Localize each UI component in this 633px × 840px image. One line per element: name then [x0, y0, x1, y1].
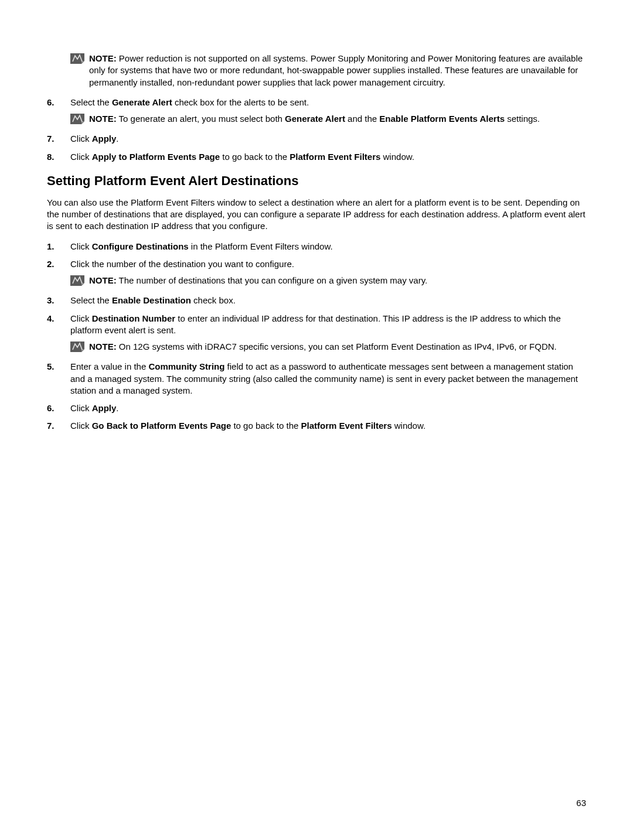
note-icon: [70, 275, 84, 286]
intro-paragraph: You can also use the Platform Event Filt…: [47, 197, 586, 233]
term: Destination Number: [92, 313, 176, 323]
section-heading: Setting Platform Event Alert Destination…: [47, 173, 586, 189]
text: Click: [70, 241, 92, 251]
list-number: 8.: [47, 151, 70, 163]
note-block: NOTE: To generate an alert, you must sel…: [70, 113, 586, 125]
term: Community String: [148, 361, 224, 371]
text: Enter a value in the: [70, 361, 148, 371]
list-item: 2. Click the number of the destination y…: [47, 258, 586, 289]
term: Go Back to Platform Events Page: [92, 421, 232, 431]
list-body: Click Apply to Platform Events Page to g…: [70, 151, 586, 163]
term: Generate Alert: [285, 114, 345, 124]
list-item: 7. Click Go Back to Platform Events Page…: [47, 420, 586, 432]
text: check box.: [191, 295, 236, 305]
note-label: NOTE:: [89, 114, 117, 124]
list-item: 3. Select the Enable Destination check b…: [47, 295, 586, 306]
note-label: NOTE:: [89, 342, 117, 351]
text: to go back to the: [231, 421, 301, 431]
term: Generate Alert: [112, 97, 172, 107]
ordered-list-top: 6. Select the Generate Alert check box f…: [47, 97, 586, 163]
list-body: Click Go Back to Platform Events Page to…: [70, 420, 586, 432]
list-body: Click Configure Destinations in the Plat…: [70, 241, 586, 252]
text: Click: [70, 313, 92, 323]
list-body: Select the Enable Destination check box.: [70, 295, 586, 306]
text: Select the: [70, 295, 112, 305]
list-body: Click the number of the destination you …: [70, 258, 586, 289]
text: Click: [70, 134, 92, 144]
term: Apply: [92, 403, 117, 413]
list-body: Click Apply.: [70, 402, 586, 414]
note-text: NOTE: The number of destinations that yo…: [89, 275, 586, 286]
list-number: 7.: [47, 420, 70, 432]
text: Click: [70, 421, 92, 431]
list-number: 6.: [47, 97, 70, 128]
list-number: 6.: [47, 402, 70, 414]
list-item: 4. Click Destination Number to enter an …: [47, 313, 586, 356]
list-body: Enter a value in the Community String fi…: [70, 361, 586, 397]
list-body: Click Destination Number to enter an ind…: [70, 313, 586, 356]
text: Click: [70, 403, 92, 413]
note-text: NOTE: On 12G systems with iDRAC7 specifi…: [89, 341, 586, 353]
note-icon: [70, 114, 84, 124]
note-block: NOTE: Power reduction is not supported o…: [70, 53, 586, 88]
note-block: NOTE: The number of destinations that yo…: [70, 275, 586, 286]
text: window.: [380, 152, 414, 162]
list-number: 3.: [47, 295, 70, 306]
note-body: Power reduction is not supported on all …: [89, 53, 583, 87]
text: Select the: [70, 97, 112, 107]
text: Click the number of the destination you …: [70, 259, 294, 269]
text: On 12G systems with iDRAC7 specific vers…: [117, 342, 557, 351]
note-text: NOTE: Power reduction is not supported o…: [89, 53, 586, 88]
term: Apply to Platform Events Page: [92, 152, 220, 162]
text: and the: [345, 114, 379, 124]
list-item: 7. Click Apply.: [47, 133, 586, 145]
note-icon: [70, 53, 84, 64]
page-number: 63: [576, 798, 586, 808]
term: Platform Event Filters: [301, 421, 392, 431]
list-item: 6. Select the Generate Alert check box f…: [47, 97, 586, 128]
document-page: NOTE: Power reduction is not supported o…: [0, 0, 633, 462]
list-item: 6. Click Apply.: [47, 402, 586, 414]
term: Enable Destination: [112, 295, 191, 305]
list-item: 8. Click Apply to Platform Events Page t…: [47, 151, 586, 163]
text: .: [116, 403, 118, 413]
note-icon: [70, 342, 84, 352]
list-number: 2.: [47, 258, 70, 289]
list-number: 5.: [47, 361, 70, 397]
text: check box for the alerts to be sent.: [172, 97, 309, 107]
list-number: 1.: [47, 241, 70, 252]
list-body: Click Apply.: [70, 133, 586, 145]
text: settings.: [505, 114, 540, 124]
term: Platform Event Filters: [290, 152, 380, 162]
note-text: NOTE: To generate an alert, you must sel…: [89, 113, 586, 125]
text: in the Platform Event Filters window.: [189, 241, 333, 251]
term: Apply: [92, 134, 117, 144]
text: The number of destinations that you can …: [117, 275, 428, 285]
text: .: [116, 134, 118, 144]
note-label: NOTE:: [89, 275, 117, 285]
list-number: 4.: [47, 313, 70, 356]
list-item: 1. Click Configure Destinations in the P…: [47, 241, 586, 252]
text: To generate an alert, you must select bo…: [117, 114, 285, 124]
text: to go back to the: [220, 152, 290, 162]
indent-pad: [47, 53, 70, 91]
text: Click: [70, 152, 92, 162]
term: Enable Platform Events Alerts: [379, 114, 505, 124]
list-item: 5. Enter a value in the Community String…: [47, 361, 586, 397]
note-block: NOTE: On 12G systems with iDRAC7 specifi…: [70, 341, 586, 353]
note-label: NOTE:: [89, 53, 117, 63]
term: Configure Destinations: [92, 241, 189, 251]
list-number: 7.: [47, 133, 70, 145]
text: window.: [392, 421, 426, 431]
ordered-list-bottom: 1. Click Configure Destinations in the P…: [47, 241, 586, 432]
list-body: Select the Generate Alert check box for …: [70, 97, 586, 128]
note-row-wrap: NOTE: Power reduction is not supported o…: [47, 53, 586, 91]
